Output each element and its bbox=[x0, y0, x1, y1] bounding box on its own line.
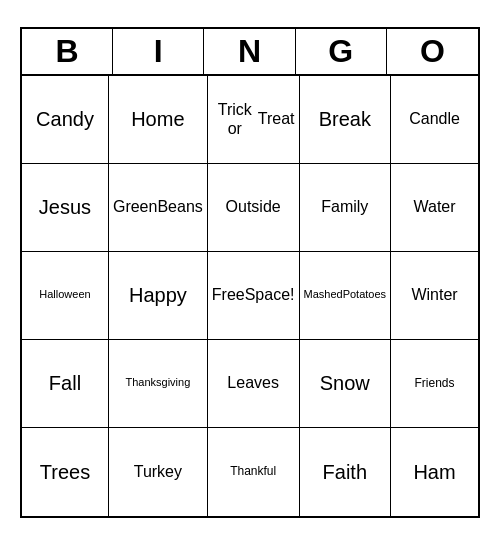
cell-r0-c4: Candle bbox=[391, 76, 478, 164]
header-letter: G bbox=[296, 29, 387, 74]
cell-r2-c2: FreeSpace! bbox=[208, 252, 300, 340]
cell-r3-c1: Thanksgiving bbox=[109, 340, 208, 428]
cell-r2-c4: Winter bbox=[391, 252, 478, 340]
cell-r3-c2: Leaves bbox=[208, 340, 300, 428]
cell-r3-c0: Fall bbox=[22, 340, 109, 428]
header-letter: N bbox=[204, 29, 295, 74]
bingo-card: BINGO CandyHomeTrick orTreatBreakCandleJ… bbox=[20, 27, 480, 518]
cell-r1-c4: Water bbox=[391, 164, 478, 252]
header-letter: B bbox=[22, 29, 113, 74]
cell-r2-c3: MashedPotatoes bbox=[300, 252, 392, 340]
cell-r0-c1: Home bbox=[109, 76, 208, 164]
cell-r2-c0: Halloween bbox=[22, 252, 109, 340]
cell-r4-c3: Faith bbox=[300, 428, 392, 516]
cell-r1-c3: Family bbox=[300, 164, 392, 252]
cell-r1-c1: GreenBeans bbox=[109, 164, 208, 252]
cell-r0-c2: Trick orTreat bbox=[208, 76, 300, 164]
cell-r2-c1: Happy bbox=[109, 252, 208, 340]
cell-r4-c1: Turkey bbox=[109, 428, 208, 516]
cell-r4-c2: Thankful bbox=[208, 428, 300, 516]
cell-r0-c3: Break bbox=[300, 76, 392, 164]
header-letter: I bbox=[113, 29, 204, 74]
header-letter: O bbox=[387, 29, 478, 74]
bingo-header: BINGO bbox=[22, 29, 478, 76]
cell-r1-c0: Jesus bbox=[22, 164, 109, 252]
bingo-grid: CandyHomeTrick orTreatBreakCandleJesusGr… bbox=[22, 76, 478, 516]
cell-r3-c3: Snow bbox=[300, 340, 392, 428]
cell-r1-c2: Outside bbox=[208, 164, 300, 252]
cell-r4-c4: Ham bbox=[391, 428, 478, 516]
cell-r0-c0: Candy bbox=[22, 76, 109, 164]
cell-r4-c0: Trees bbox=[22, 428, 109, 516]
cell-r3-c4: Friends bbox=[391, 340, 478, 428]
